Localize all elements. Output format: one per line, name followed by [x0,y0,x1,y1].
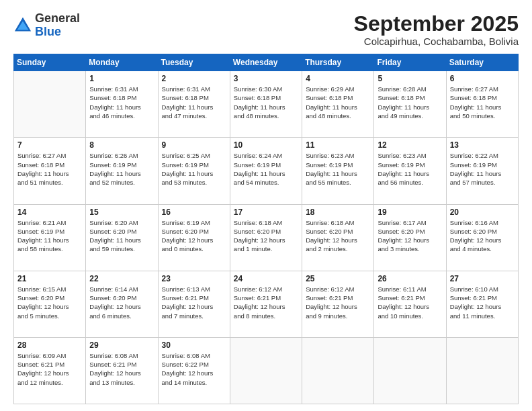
calendar-day-header: Saturday [446,54,518,71]
calendar-week-row: 7Sunrise: 6:27 AM Sunset: 6:18 PM Daylig… [14,138,519,204]
calendar-cell: 30Sunrise: 6:08 AM Sunset: 6:22 PM Dayli… [158,337,230,404]
calendar-cell: 23Sunrise: 6:13 AM Sunset: 6:21 PM Dayli… [158,271,230,337]
calendar-cell: 18Sunrise: 6:18 AM Sunset: 6:20 PM Dayli… [302,204,374,271]
calendar-cell: 29Sunrise: 6:08 AM Sunset: 6:21 PM Dayli… [86,337,158,404]
calendar-cell [302,337,374,404]
day-number: 6 [450,74,515,83]
month-title: September 2025 [354,12,519,36]
calendar-week-row: 14Sunrise: 6:21 AM Sunset: 6:19 PM Dayli… [14,204,519,271]
calendar-cell [374,337,446,404]
calendar-week-row: 28Sunrise: 6:09 AM Sunset: 6:21 PM Dayli… [14,337,519,404]
logo-icon [13,16,32,35]
calendar-day-header: Monday [86,54,158,71]
calendar-cell: 19Sunrise: 6:17 AM Sunset: 6:20 PM Dayli… [374,204,446,271]
day-number: 4 [306,74,370,83]
day-number: 20 [450,208,515,217]
calendar-cell: 7Sunrise: 6:27 AM Sunset: 6:18 PM Daylig… [14,138,86,204]
day-info: Sunrise: 6:14 AM Sunset: 6:20 PM Dayligh… [89,285,154,320]
calendar-cell: 14Sunrise: 6:21 AM Sunset: 6:19 PM Dayli… [14,204,86,271]
day-info: Sunrise: 6:08 AM Sunset: 6:22 PM Dayligh… [162,351,226,387]
calendar-cell [14,71,86,138]
day-info: Sunrise: 6:30 AM Sunset: 6:18 PM Dayligh… [234,85,298,120]
day-number: 18 [306,208,370,217]
page: General Blue September 2025 Colcapirhua,… [0,0,532,411]
calendar-cell: 15Sunrise: 6:20 AM Sunset: 6:20 PM Dayli… [86,204,158,271]
calendar-cell: 26Sunrise: 6:11 AM Sunset: 6:21 PM Dayli… [374,271,446,337]
day-number: 3 [234,74,298,83]
day-number: 13 [450,140,515,150]
logo: General Blue [13,12,80,39]
day-info: Sunrise: 6:17 AM Sunset: 6:20 PM Dayligh… [378,218,442,254]
day-info: Sunrise: 6:13 AM Sunset: 6:21 PM Dayligh… [162,285,226,320]
calendar-cell: 4Sunrise: 6:29 AM Sunset: 6:18 PM Daylig… [302,71,374,138]
day-number: 11 [306,140,370,150]
day-number: 30 [162,340,226,350]
day-number: 15 [89,208,154,217]
day-info: Sunrise: 6:16 AM Sunset: 6:20 PM Dayligh… [450,218,515,254]
day-info: Sunrise: 6:10 AM Sunset: 6:21 PM Dayligh… [450,285,515,320]
calendar-week-row: 21Sunrise: 6:15 AM Sunset: 6:20 PM Dayli… [14,271,519,337]
logo-blue: Blue [35,25,61,38]
day-info: Sunrise: 6:27 AM Sunset: 6:18 PM Dayligh… [450,85,515,120]
day-number: 19 [378,208,442,217]
day-number: 9 [162,140,226,150]
calendar-table: SundayMondayTuesdayWednesdayThursdayFrid… [13,54,519,404]
day-number: 14 [17,208,82,217]
calendar-cell: 21Sunrise: 6:15 AM Sunset: 6:20 PM Dayli… [14,271,86,337]
calendar-day-header: Sunday [14,54,86,71]
day-info: Sunrise: 6:25 AM Sunset: 6:19 PM Dayligh… [162,151,226,187]
calendar-cell: 3Sunrise: 6:30 AM Sunset: 6:18 PM Daylig… [230,71,302,138]
calendar-cell: 2Sunrise: 6:31 AM Sunset: 6:18 PM Daylig… [158,71,230,138]
calendar-cell: 12Sunrise: 6:23 AM Sunset: 6:19 PM Dayli… [374,138,446,204]
day-info: Sunrise: 6:19 AM Sunset: 6:20 PM Dayligh… [162,218,226,254]
day-info: Sunrise: 6:24 AM Sunset: 6:19 PM Dayligh… [234,151,298,187]
day-number: 23 [162,274,226,283]
day-info: Sunrise: 6:21 AM Sunset: 6:19 PM Dayligh… [17,218,82,254]
calendar-day-header: Thursday [302,54,374,71]
day-number: 22 [89,274,154,283]
day-info: Sunrise: 6:12 AM Sunset: 6:21 PM Dayligh… [306,285,370,320]
title-block: September 2025 Colcapirhua, Cochabamba, … [354,12,519,47]
logo-general: General [35,11,80,25]
day-number: 27 [450,274,515,283]
day-number: 26 [378,274,442,283]
day-info: Sunrise: 6:15 AM Sunset: 6:20 PM Dayligh… [17,285,82,320]
day-number: 10 [234,140,298,150]
calendar-cell: 28Sunrise: 6:09 AM Sunset: 6:21 PM Dayli… [14,337,86,404]
day-number: 17 [234,208,298,217]
calendar-cell: 20Sunrise: 6:16 AM Sunset: 6:20 PM Dayli… [446,204,518,271]
day-number: 25 [306,274,370,283]
day-number: 29 [89,340,154,350]
day-number: 2 [162,74,226,83]
day-info: Sunrise: 6:26 AM Sunset: 6:19 PM Dayligh… [89,151,154,187]
calendar-cell: 16Sunrise: 6:19 AM Sunset: 6:20 PM Dayli… [158,204,230,271]
calendar-cell: 17Sunrise: 6:18 AM Sunset: 6:20 PM Dayli… [230,204,302,271]
day-info: Sunrise: 6:23 AM Sunset: 6:19 PM Dayligh… [378,151,442,187]
calendar-cell: 11Sunrise: 6:23 AM Sunset: 6:19 PM Dayli… [302,138,374,204]
calendar-cell: 1Sunrise: 6:31 AM Sunset: 6:18 PM Daylig… [86,71,158,138]
calendar-day-header: Friday [374,54,446,71]
day-info: Sunrise: 6:20 AM Sunset: 6:20 PM Dayligh… [89,218,154,254]
day-info: Sunrise: 6:18 AM Sunset: 6:20 PM Dayligh… [306,218,370,254]
calendar-cell [446,337,518,404]
day-info: Sunrise: 6:18 AM Sunset: 6:20 PM Dayligh… [234,218,298,254]
calendar-cell: 8Sunrise: 6:26 AM Sunset: 6:19 PM Daylig… [86,138,158,204]
calendar-cell: 25Sunrise: 6:12 AM Sunset: 6:21 PM Dayli… [302,271,374,337]
calendar-cell: 22Sunrise: 6:14 AM Sunset: 6:20 PM Dayli… [86,271,158,337]
calendar-day-header: Wednesday [230,54,302,71]
day-info: Sunrise: 6:27 AM Sunset: 6:18 PM Dayligh… [17,151,82,187]
day-info: Sunrise: 6:28 AM Sunset: 6:18 PM Dayligh… [378,85,442,120]
day-number: 8 [89,140,154,150]
day-info: Sunrise: 6:29 AM Sunset: 6:18 PM Dayligh… [306,85,370,120]
day-info: Sunrise: 6:12 AM Sunset: 6:21 PM Dayligh… [234,285,298,320]
day-number: 1 [89,74,154,83]
day-info: Sunrise: 6:22 AM Sunset: 6:19 PM Dayligh… [450,151,515,187]
day-info: Sunrise: 6:08 AM Sunset: 6:21 PM Dayligh… [89,351,154,387]
day-info: Sunrise: 6:09 AM Sunset: 6:21 PM Dayligh… [17,351,82,387]
calendar-cell: 24Sunrise: 6:12 AM Sunset: 6:21 PM Dayli… [230,271,302,337]
logo-text: General Blue [35,12,80,39]
day-number: 7 [17,140,82,150]
calendar-week-row: 1Sunrise: 6:31 AM Sunset: 6:18 PM Daylig… [14,71,519,138]
day-info: Sunrise: 6:11 AM Sunset: 6:21 PM Dayligh… [378,285,442,320]
calendar-cell [230,337,302,404]
